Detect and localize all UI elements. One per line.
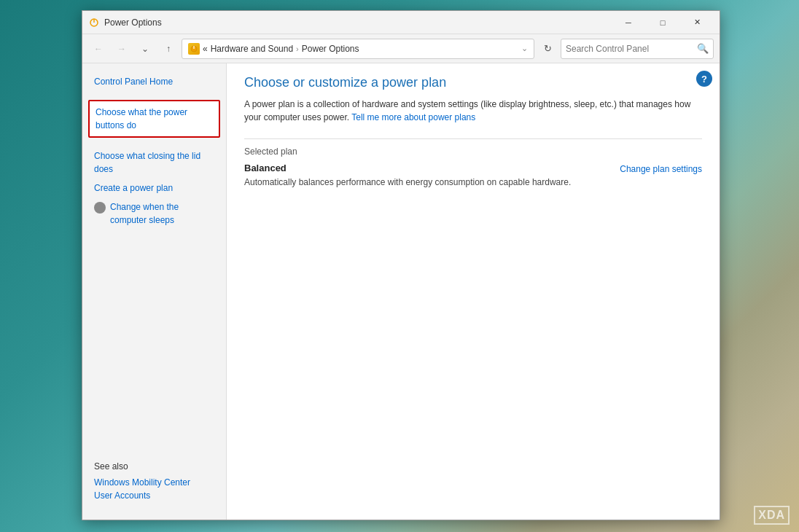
close-button[interactable]: ✕: [680, 11, 714, 34]
breadcrumb-power-options[interactable]: Power Options: [302, 44, 359, 54]
sidebar-item-power-buttons[interactable]: Choose what the power buttons do: [88, 100, 220, 138]
search-box: 🔍: [561, 39, 714, 59]
sidebar-item-change-sleeps[interactable]: Change when the computer sleeps: [82, 197, 226, 230]
back-button[interactable]: ←: [88, 39, 109, 59]
page-description: A power plan is a collection of hardware…: [244, 98, 702, 124]
recent-locations-button[interactable]: ⌄: [135, 39, 155, 59]
page-title: Choose or customize a power plan: [244, 75, 702, 90]
forward-button[interactable]: →: [112, 39, 132, 59]
sidebar-user-accounts[interactable]: User Accounts: [94, 489, 214, 502]
plan-info: Balanced Automatically balances performa…: [244, 163, 620, 189]
help-button[interactable]: ?: [696, 71, 712, 87]
breadcrumb: « Hardware and Sound › Power Options: [203, 44, 518, 54]
address-bar-chevron-icon[interactable]: ⌄: [521, 44, 528, 53]
xda-watermark: XDA: [754, 506, 792, 525]
maximize-button[interactable]: □: [646, 11, 679, 34]
selected-plan-label: Selected plan: [244, 146, 702, 157]
main-panel: ? Choose or customize a power plan A pow…: [227, 63, 720, 520]
window-icon: [88, 17, 100, 28]
plan-name: Balanced: [244, 163, 620, 173]
change-plan-settings-link[interactable]: Change plan settings: [620, 163, 702, 174]
breadcrumb-hardware-sound[interactable]: Hardware and Sound: [211, 44, 293, 54]
address-bar[interactable]: « Hardware and Sound › Power Options ⌄: [182, 39, 534, 59]
plan-description: Automatically balances performance with …: [244, 176, 620, 189]
see-also-label: See also: [94, 461, 214, 472]
refresh-button[interactable]: ↻: [537, 39, 558, 59]
sidebar-item-create-plan[interactable]: Create a power plan: [82, 179, 226, 197]
plan-row: Balanced Automatically balances performa…: [244, 163, 702, 189]
title-bar: Power Options ─ □ ✕: [82, 11, 720, 34]
breadcrumb-root: «: [203, 44, 208, 54]
up-button[interactable]: ↑: [158, 39, 179, 59]
xda-box: XDA: [754, 506, 790, 525]
minimize-button[interactable]: ─: [612, 11, 645, 34]
divider: [244, 138, 702, 139]
sidebar-windows-mobility[interactable]: Windows Mobility Center: [94, 476, 214, 489]
moon-icon: [94, 202, 106, 214]
search-input[interactable]: [566, 44, 694, 54]
sidebar-bottom: See also Windows Mobility Center User Ac…: [82, 453, 226, 511]
toolbar: ← → ⌄ ↑ « Hardware and Sound › Power Opt…: [82, 34, 720, 63]
sidebar: Control Panel Home Choose what the power…: [82, 63, 227, 520]
sidebar-item-closing-lid[interactable]: Choose what closing the lid does: [82, 146, 226, 179]
power-options-window: Power Options ─ □ ✕ ← → ⌄ ↑ « Hardware a…: [82, 10, 720, 520]
learn-more-link[interactable]: Tell me more about power plans: [351, 112, 475, 122]
sidebar-item-control-panel-home[interactable]: Control Panel Home: [82, 72, 226, 91]
sidebar-item-change-sleeps-label: Change when the computer sleeps: [110, 200, 214, 227]
address-bar-icon: [188, 43, 200, 55]
window-title: Power Options: [104, 17, 612, 28]
content-area: Control Panel Home Choose what the power…: [82, 63, 720, 520]
search-icon[interactable]: 🔍: [697, 43, 709, 54]
breadcrumb-separator: ›: [296, 44, 299, 53]
window-controls: ─ □ ✕: [612, 11, 714, 34]
